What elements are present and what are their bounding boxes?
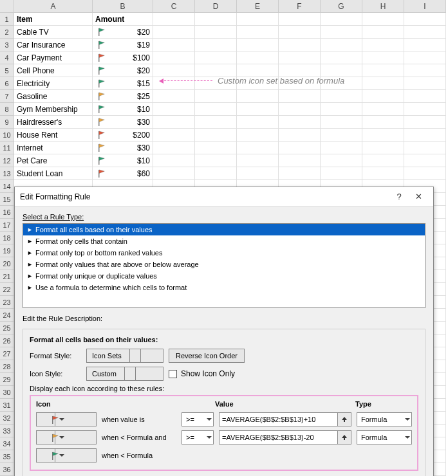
cell[interactable]: House Rent: [14, 129, 93, 142]
rule-type-item[interactable]: ►Format only cells that contain: [23, 235, 425, 247]
cell[interactable]: $25: [93, 90, 153, 103]
row-header[interactable]: 26: [0, 334, 14, 347]
col-header-B[interactable]: B: [93, 0, 153, 13]
row-header[interactable]: 30: [0, 386, 14, 399]
row-header[interactable]: 27: [0, 347, 14, 360]
help-button[interactable]: ?: [389, 192, 409, 201]
col-header-I[interactable]: I: [404, 0, 446, 13]
show-icon-only-checkbox[interactable]: [169, 370, 177, 378]
row-header[interactable]: 36: [0, 463, 14, 476]
cell[interactable]: Student Loan: [14, 167, 93, 180]
cell[interactable]: Amount: [93, 13, 153, 26]
row-header[interactable]: 23: [0, 296, 14, 309]
cell[interactable]: $30: [93, 116, 153, 129]
row-header[interactable]: 9: [0, 116, 14, 129]
range-picker-button[interactable]: [337, 412, 351, 426]
operator-combo[interactable]: >=: [182, 412, 214, 426]
value-input[interactable]: [219, 412, 338, 426]
row-header[interactable]: 20: [0, 257, 14, 270]
cell[interactable]: $19: [93, 39, 153, 51]
cell[interactable]: $15: [93, 77, 153, 90]
cell[interactable]: Hairdresser's: [14, 116, 93, 129]
type-combo[interactable]: Formula: [357, 412, 412, 426]
rule-type-item[interactable]: ►Format only unique or duplicate values: [23, 270, 425, 282]
row-header[interactable]: 18: [0, 232, 14, 244]
select-all-corner[interactable]: [0, 0, 14, 13]
cell[interactable]: Gasoline: [14, 90, 93, 103]
icon-combo[interactable]: [36, 430, 97, 444]
row-header[interactable]: 35: [0, 450, 14, 463]
col-header-A[interactable]: A: [14, 0, 93, 13]
col-header-D[interactable]: D: [195, 0, 237, 13]
row-header[interactable]: 28: [0, 360, 14, 373]
range-picker-button[interactable]: [337, 430, 351, 444]
row-header[interactable]: 19: [0, 244, 14, 257]
col-header-F[interactable]: F: [279, 0, 321, 13]
icon-combo[interactable]: [36, 448, 97, 462]
cell[interactable]: Car Payment: [14, 51, 93, 64]
row-header[interactable]: 13: [0, 167, 14, 180]
cell[interactable]: Electricity: [14, 77, 93, 90]
row-header[interactable]: 11: [0, 142, 14, 154]
row-header[interactable]: 24: [0, 309, 14, 322]
type-combo[interactable]: Formula: [357, 430, 412, 444]
row-header[interactable]: 32: [0, 412, 14, 425]
rule-type-item[interactable]: ►Use a formula to determine which cells …: [23, 282, 425, 293]
grid-header-icon: Icon: [36, 400, 98, 408]
rule-type-list[interactable]: ►Format all cells based on their values►…: [23, 223, 425, 308]
col-header-H[interactable]: H: [362, 0, 404, 13]
row-header[interactable]: 4: [0, 51, 14, 64]
icon-style-combo[interactable]: Custom: [86, 367, 163, 381]
row-header[interactable]: 3: [0, 39, 14, 51]
close-button[interactable]: ✕: [409, 192, 428, 201]
cell[interactable]: Item: [14, 13, 93, 26]
cell[interactable]: $100: [93, 51, 153, 64]
row-header[interactable]: 21: [0, 270, 14, 283]
cell[interactable]: Cell Phone: [14, 64, 93, 77]
row-header[interactable]: 15: [0, 193, 14, 206]
format-style-combo[interactable]: Icon Sets: [86, 349, 163, 363]
col-header-C[interactable]: C: [153, 0, 195, 13]
row-header[interactable]: 29: [0, 373, 14, 386]
row-header[interactable]: 17: [0, 219, 14, 232]
rule-type-item[interactable]: ►Format only top or bottom ranked values: [23, 247, 425, 259]
row-header[interactable]: 22: [0, 283, 14, 296]
reverse-icon-order-button[interactable]: Reverse Icon Order: [169, 349, 245, 363]
row-header[interactable]: 31: [0, 399, 14, 412]
cell[interactable]: $60: [93, 167, 153, 180]
value-input[interactable]: [219, 430, 338, 444]
cell[interactable]: $20: [93, 64, 153, 77]
cell[interactable]: $10: [93, 103, 153, 116]
cell[interactable]: Car Insurance: [14, 39, 93, 51]
cell[interactable]: Gym Membership: [14, 103, 93, 116]
cell[interactable]: Pet Care: [14, 154, 93, 167]
row-header[interactable]: 12: [0, 154, 14, 167]
row-header[interactable]: 8: [0, 103, 14, 116]
row-header[interactable]: 7: [0, 90, 14, 103]
cell[interactable]: $30: [93, 142, 153, 154]
cell[interactable]: Internet: [14, 142, 93, 154]
row-header[interactable]: 25: [0, 322, 14, 334]
col-header-G[interactable]: G: [321, 0, 362, 13]
col-header-E[interactable]: E: [237, 0, 279, 13]
row-header[interactable]: 6: [0, 77, 14, 90]
row-header[interactable]: 33: [0, 425, 14, 437]
row-header[interactable]: 34: [0, 437, 14, 450]
grid-header-value: Value: [215, 400, 355, 408]
cell[interactable]: $200: [93, 129, 153, 142]
cell[interactable]: Cable TV: [14, 26, 93, 39]
row-header[interactable]: 1: [0, 13, 14, 26]
row-header[interactable]: 16: [0, 206, 14, 219]
rule-type-item[interactable]: ►Format only values that are above or be…: [23, 259, 425, 270]
icon-combo[interactable]: [36, 412, 97, 426]
row-header[interactable]: 10: [0, 129, 14, 142]
row-header[interactable]: 5: [0, 64, 14, 77]
rule-type-item[interactable]: ►Format all cells based on their values: [23, 224, 425, 235]
cell[interactable]: $10: [93, 154, 153, 167]
flag-icon: [51, 433, 61, 444]
cell[interactable]: $20: [93, 26, 153, 39]
row-header[interactable]: 14: [0, 180, 14, 193]
row-header[interactable]: 2: [0, 26, 14, 39]
flag-icon: [95, 40, 108, 50]
operator-combo[interactable]: >=: [182, 430, 214, 444]
